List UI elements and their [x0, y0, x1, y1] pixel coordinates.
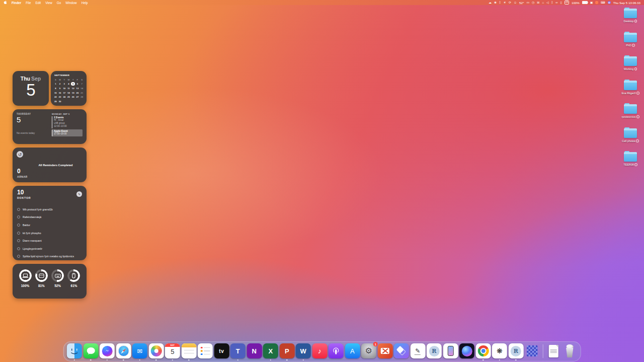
- calendar-day-cell[interactable]: 26: [71, 95, 75, 99]
- calendar-day-cell[interactable]: 22: [53, 95, 58, 99]
- menu-view[interactable]: View: [45, 1, 52, 5]
- cloud-icon[interactable]: ☁: [489, 1, 492, 4]
- events-widget[interactable]: THURSDAY 5 No events today MONDAY, SEP 9…: [13, 109, 87, 144]
- calendar-day-cell[interactable]: 23: [58, 95, 62, 99]
- dock-reminders[interactable]: [198, 343, 213, 360]
- dock-remote[interactable]: [377, 343, 392, 360]
- batteries-widget[interactable]: 100%81%52%61%: [13, 264, 87, 299]
- calendar-day-cell[interactable]: 19: [71, 91, 75, 95]
- menu-finder[interactable]: Finder: [12, 1, 21, 5]
- dock-excel[interactable]: X: [263, 343, 278, 360]
- menu-file[interactable]: File: [26, 1, 31, 5]
- dock-appletv[interactable]: tv: [214, 343, 229, 360]
- clock-text[interactable]: Thu Sep 5 13:06:33: [613, 1, 640, 5]
- dock-shortcuts[interactable]: [394, 343, 409, 360]
- flower-icon[interactable]: ❀: [494, 1, 497, 4]
- dock-finder[interactable]: [67, 343, 82, 360]
- dock-trash[interactable]: [562, 343, 577, 360]
- dock-onenote[interactable]: N: [247, 343, 262, 360]
- bluetooth-icon[interactable]: ᛒ: [499, 1, 501, 4]
- battery-icon[interactable]: [582, 1, 588, 5]
- display-icon[interactable]: ▭: [526, 1, 529, 4]
- folder-cell-photos[interactable]: Cell photos⌄: [618, 128, 643, 142]
- month-calendar-widget[interactable]: SEPTEMBER SMTWTFS12345678910111213141516…: [51, 71, 87, 106]
- dock-notes[interactable]: [181, 343, 196, 360]
- reminders-widget[interactable]: ↺ All Reminders Completed 0 ARNAR: [13, 148, 87, 182]
- globe-icon[interactable]: ⊕: [608, 1, 611, 4]
- dock-calendar[interactable]: SEP5: [165, 343, 180, 360]
- dock-teams[interactable]: T: [230, 343, 246, 360]
- calendar-day-cell[interactable]: 28: [79, 95, 84, 99]
- calendar-day-cell[interactable]: 15: [53, 91, 58, 95]
- calendar-day-cell[interactable]: 12: [71, 86, 75, 90]
- menu-go[interactable]: Go: [57, 1, 61, 5]
- dock-archive[interactable]: [546, 343, 561, 360]
- calendar-day-cell[interactable]: 14: [79, 86, 84, 90]
- calendar-day-cell[interactable]: 1: [53, 82, 58, 86]
- calendar-day-cell[interactable]: 13: [75, 86, 80, 90]
- timer-icon[interactable]: ◷: [532, 1, 534, 4]
- dock-word[interactable]: W: [296, 343, 311, 360]
- calendar-day-cell[interactable]: 6: [75, 82, 80, 86]
- calendar-day-cell[interactable]: 29: [53, 99, 58, 103]
- calendar-day-cell[interactable]: 16: [58, 91, 62, 95]
- folder-desktop[interactable]: Desktop⌄: [618, 9, 643, 23]
- calendar-day-cell[interactable]: 24: [62, 95, 66, 99]
- battery-percent-text[interactable]: 100%: [572, 1, 580, 5]
- calendar-day-cell[interactable]: 30: [58, 99, 62, 103]
- dock-settings[interactable]: ⚙1: [361, 343, 376, 360]
- dock-messenger[interactable]: [100, 343, 115, 360]
- home-icon[interactable]: ⌂: [542, 1, 544, 4]
- bluetooth-icon-2[interactable]: ᛒ: [551, 1, 553, 4]
- date-widget[interactable]: ThuSep 5: [13, 71, 49, 106]
- dock-mail[interactable]: ✉: [132, 343, 147, 360]
- calendar-day-cell[interactable]: 17: [62, 91, 66, 95]
- dock-journal[interactable]: ✎: [410, 343, 425, 360]
- grid-icon[interactable]: ⊞: [537, 1, 539, 4]
- menu-window[interactable]: Window: [65, 1, 76, 5]
- calendar-day-cell[interactable]: 25: [66, 95, 71, 99]
- calendar-day-cell[interactable]: 27: [75, 95, 80, 99]
- dock-podcasts[interactable]: [329, 343, 344, 360]
- todo-checkbox[interactable]: [17, 215, 20, 219]
- calendar-day-cell[interactable]: 11: [66, 86, 71, 90]
- notification-icon[interactable]: [595, 1, 598, 4]
- todo-checkbox[interactable]: [17, 224, 20, 227]
- calendar-day-cell[interactable]: 5: [71, 82, 75, 86]
- dock-iphone[interactable]: [443, 343, 458, 360]
- dock-safari[interactable]: [116, 343, 131, 360]
- dock-rapp2[interactable]: R: [508, 343, 523, 360]
- cast-icon[interactable]: ▣: [590, 1, 593, 4]
- todo-checkbox[interactable]: [17, 247, 20, 250]
- todo-checkbox[interactable]: [17, 232, 20, 235]
- folder-teer08[interactable]: TEER08⌄: [618, 152, 643, 166]
- phone-icon[interactable]: ▯: [560, 1, 562, 4]
- folder-working[interactable]: Working⌄: [618, 56, 643, 70]
- dock-chatgpt[interactable]: ❋: [492, 343, 507, 360]
- calendar-day-cell[interactable]: 18: [66, 91, 71, 95]
- calendar-day-cell[interactable]: 10: [62, 86, 66, 90]
- loop-icon[interactable]: ∞: [555, 1, 557, 4]
- calendar-day-cell[interactable]: 9: [58, 86, 62, 90]
- dock-music[interactable]: ♪: [312, 343, 327, 360]
- todo-list-widget[interactable]: 10 DOKTOR ✎ Wb protocol fyrir gramd1bRaf…: [13, 186, 87, 260]
- calendar-day-cell[interactable]: 20: [75, 91, 80, 95]
- dock-appstore[interactable]: A: [345, 343, 360, 360]
- sync-icon[interactable]: ⟳: [509, 1, 511, 4]
- folder-phd[interactable]: PhD⌄: [618, 33, 643, 47]
- calendar-day-cell[interactable]: 21: [79, 91, 84, 95]
- menu-help[interactable]: Help: [82, 1, 88, 5]
- calendar-day-cell[interactable]: 4: [66, 82, 71, 86]
- dock-siri[interactable]: [459, 343, 474, 360]
- dock-powerpoint[interactable]: P: [279, 343, 294, 360]
- todo-checkbox[interactable]: [17, 208, 20, 211]
- keyboard-icon[interactable]: ⌨: [601, 1, 605, 4]
- volume-icon[interactable]: ◁: [546, 1, 549, 4]
- face-icon[interactable]: ☺: [514, 1, 517, 4]
- brightness-icon[interactable]: ☀: [504, 1, 506, 4]
- dock-messages[interactable]: [83, 343, 98, 360]
- calendar-box-icon[interactable]: 15: [565, 1, 569, 5]
- apple-menu[interactable]: [4, 1, 7, 5]
- todo-checkbox[interactable]: [17, 255, 20, 258]
- calendar-day-cell[interactable]: 3: [62, 82, 66, 86]
